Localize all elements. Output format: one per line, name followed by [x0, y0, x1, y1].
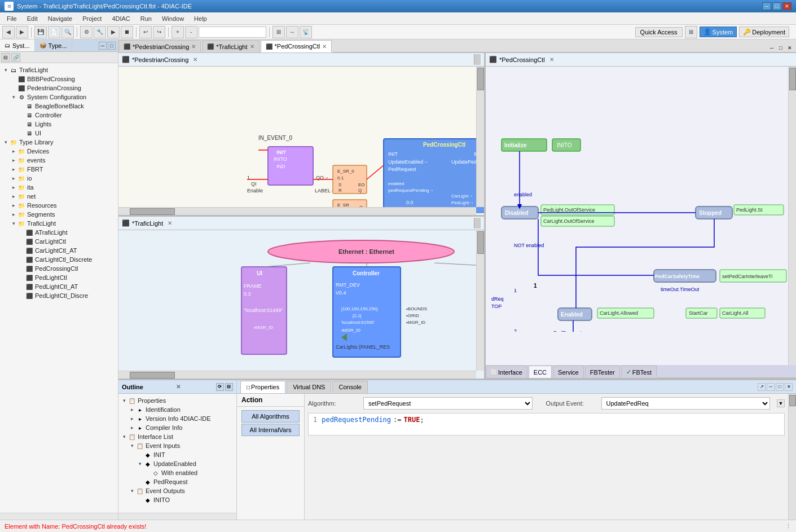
tree-item-carLightCtl[interactable]: ⬛CarLightCtl — [0, 237, 118, 246]
tab-virtual-dns[interactable]: Virtual DNS — [287, 381, 331, 393]
close-tab-1[interactable]: ✕ — [250, 43, 254, 50]
tree-item-net[interactable]: ▸📁net — [0, 192, 118, 201]
tree-item-pedLightCtlAt[interactable]: ⬛PedLightCtl_AT — [0, 282, 118, 291]
tree-item-io[interactable]: ▸📁io — [0, 174, 118, 183]
tab-pedestrian-crossing[interactable]: ⬛ *PedestrianCrossing ✕ — [118, 40, 201, 52]
toolbar-btn-8[interactable]: ⏹ — [121, 26, 133, 38]
tree-item-pedLightCtl[interactable]: ⬛PedLightCtl — [0, 273, 118, 282]
tree-link[interactable]: 🔗 — [11, 53, 20, 62]
outline-item-inito[interactable]: ◆INITO — [118, 495, 236, 504]
all-algorithms-button[interactable]: All Algorithms — [241, 410, 300, 423]
properties-scrollbar-v[interactable] — [788, 394, 796, 520]
tree-item-trafficLight[interactable]: ▾🗂TraficLight — [0, 65, 118, 74]
tree-item-atraficLight[interactable]: ⬛ATraficLight — [0, 228, 118, 237]
system-tab[interactable]: 🗂 Syst... — [0, 39, 35, 51]
tree-item-ui[interactable]: 🖥UI — [0, 129, 118, 138]
menu-navigate[interactable]: Navigate — [43, 14, 77, 23]
sidebar-minimize[interactable]: ─ — [99, 42, 107, 50]
system-button[interactable]: 👤 System — [700, 27, 737, 37]
tab-fbtest[interactable]: ✓ FBTest — [621, 366, 657, 378]
outline-item-withEnabled[interactable]: ◇With enabled — [118, 468, 236, 477]
toolbar-btn-2[interactable]: ▶ — [16, 26, 28, 38]
toolbar-btn-6[interactable]: 🔧 — [94, 26, 106, 38]
canvas-splitter-v[interactable] — [474, 54, 481, 65]
menu-edit[interactable]: Edit — [23, 14, 42, 23]
toolbar-btn-save[interactable]: 💾 — [34, 26, 47, 38]
tree-item-carLightCtlDiscrete[interactable]: ⬛CarLightCtl_Discrete — [0, 255, 118, 264]
tree-item-resources[interactable]: ▸📁Resources — [0, 201, 118, 210]
toolbar-btn-1[interactable]: ◀ — [2, 26, 15, 38]
tree-item-controller[interactable]: 🖥Controller — [0, 111, 118, 120]
tree-item-pedestrianCrossing[interactable]: ⬛PedestrianCrossing — [0, 83, 118, 93]
tab-fbtester[interactable]: FBTester — [585, 366, 620, 378]
quick-access-button[interactable]: Quick Access — [635, 27, 683, 37]
output-event-scrollbar-right[interactable]: ▼ — [777, 399, 785, 407]
tab-service[interactable]: Service — [553, 366, 584, 378]
outline-sync[interactable]: ⟳ — [216, 383, 224, 391]
editor-area-close[interactable]: ✕ — [786, 44, 794, 52]
menu-window[interactable]: Window — [157, 14, 188, 23]
outline-item-properties[interactable]: ▾📋Properties — [118, 396, 236, 405]
tree-item-lights[interactable]: 🖥Lights — [0, 120, 118, 129]
menu-file[interactable]: File — [2, 14, 21, 23]
tree-collapse-all[interactable]: ⊟ — [1, 53, 10, 62]
minimize-button[interactable]: ─ — [762, 2, 771, 10]
outline-item-updateEnabled[interactable]: ▾◆UpdateEnabled — [118, 459, 236, 468]
tree-item-pedLightCtlDiscrete[interactable]: ⬛PedLightCtl_Discre — [0, 291, 118, 300]
toolbar-search-input[interactable] — [199, 27, 266, 38]
outline-item-versionInfo[interactable]: ▸▸Version Info 4DIAC-IDE — [118, 414, 236, 423]
all-internal-vars-button[interactable]: All InternalVars — [241, 424, 300, 436]
toolbar-btn-connect[interactable]: ↔ — [286, 26, 298, 38]
close-ecc[interactable]: ✕ — [549, 56, 554, 63]
outline-item-eventOutputs[interactable]: ▾📋Event Outputs — [118, 486, 236, 495]
toolbar-btn-4[interactable]: 🔍 — [61, 26, 74, 38]
toolbar-btn-zoomin[interactable]: + — [171, 26, 184, 38]
menu-run[interactable]: Run — [136, 14, 156, 23]
tree-item-devices[interactable]: ▸📁Devices — [0, 147, 118, 156]
close-tab-0[interactable]: ✕ — [191, 43, 196, 50]
canvas-top-scrollbar-v[interactable] — [476, 67, 484, 207]
outline-item-identification[interactable]: ▸▸Identification — [118, 405, 236, 414]
menu-4diac[interactable]: 4DIAC — [107, 14, 134, 23]
deployment-button[interactable]: 🔑 Deployment — [739, 27, 789, 37]
outline-item-eventInputs[interactable]: ▾📋Event Inputs — [118, 441, 236, 450]
tab-ped-crossing-ctl[interactable]: ⬛ *PedCrossingCtl ✕ — [261, 40, 332, 52]
close-button[interactable]: ✕ — [782, 2, 791, 10]
tree-item-fbrt[interactable]: ▸📁FBRT — [0, 165, 118, 174]
canvas-bottom-scrollbar-h[interactable] — [118, 371, 476, 379]
outline-item-pedRequest[interactable]: ◆PedRequest — [118, 477, 236, 486]
toolbar-btn-5[interactable]: ⚙ — [80, 26, 93, 38]
tree-item-systemConfig[interactable]: ▾⚙System Configuration — [0, 93, 118, 102]
tree-item-pedCrossingCtl[interactable]: ⬛PedCrossingCtl — [0, 264, 118, 273]
outline-tree[interactable]: ▾📋Properties▸▸Identification▸▸Version In… — [118, 394, 236, 513]
editor-area-minimize[interactable]: ─ — [768, 44, 776, 52]
tree-item-ita[interactable]: ▸📁ita — [0, 183, 118, 192]
algorithm-select[interactable]: setPedRequest — [363, 397, 533, 410]
toolbar-btn-deploy[interactable]: 📡 — [300, 26, 312, 38]
close-pedestrian[interactable]: ✕ — [193, 56, 197, 63]
ecc-scrollbar-v[interactable] — [788, 67, 796, 365]
tab-console[interactable]: Console — [332, 381, 367, 393]
toolbar-perspectives[interactable]: ⊞ — [685, 26, 697, 38]
toolbar-btn-7[interactable]: ▶ — [107, 26, 120, 38]
toolbar-btn-undo[interactable]: ↩ — [139, 26, 152, 38]
editor-area-maximize[interactable]: □ — [777, 44, 785, 52]
tree-item-typeLibrary[interactable]: ▾📁Type Library — [0, 138, 118, 147]
code-editor[interactable]: 1 pedRequestPending := TRUE ; — [308, 413, 785, 436]
tree-item-beagleBoneBlack[interactable]: 🖥BeagleBoneBlack — [0, 102, 118, 111]
tab-ecc[interactable]: ECC — [529, 366, 552, 378]
tree-scrollbar-h[interactable] — [0, 513, 118, 520]
tree-item-traficLight[interactable]: ▾📁TraficLight — [0, 219, 118, 228]
project-tree[interactable]: ▾🗂TraficLight⬛BBBPedCrossing⬛PedestrianC… — [0, 63, 118, 513]
menu-help[interactable]: Help — [190, 14, 212, 23]
type-tab[interactable]: 📦 Type... — [35, 39, 72, 51]
tree-item-segments[interactable]: ▸📁Segments — [0, 210, 118, 219]
outline-item-interfaceList[interactable]: ▾📋Interface List — [118, 432, 236, 441]
toolbar-btn-grid[interactable]: ⊞ — [272, 26, 285, 38]
canvas-splitter-v2[interactable] — [474, 218, 481, 228]
properties-maximize[interactable]: □ — [776, 383, 784, 391]
output-event-select[interactable]: UpdatePedReq — [601, 397, 771, 410]
outline-item-init[interactable]: ◆INIT — [118, 450, 236, 459]
properties-close[interactable]: ✕ — [785, 383, 793, 391]
tree-item-bbbPedCrossing[interactable]: ⬛BBBPedCrossing — [0, 74, 118, 83]
